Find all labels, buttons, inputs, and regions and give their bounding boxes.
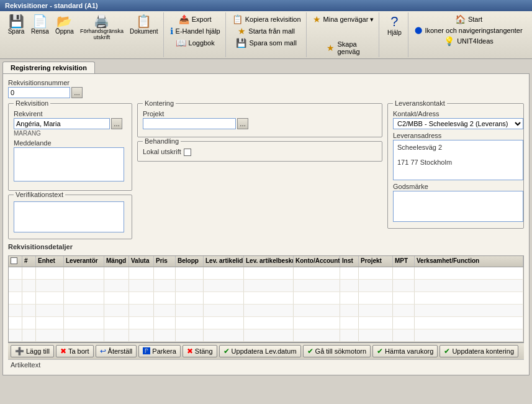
middle-panel: Kontering Projekt … Behandling Lokal uts [137,103,382,239]
godsmarke-field: Godsmärke [393,183,518,223]
rekvisitionsnummer-row: Rekvisitionsnummer [8,79,524,87]
hamta-varukorg-button[interactable]: ✔ Hämta varukorg [372,345,438,357]
godsmarke-label: Godsmärke [393,183,518,190]
row-check [9,267,22,279]
leveransadress-label: Leveransadress [393,132,518,139]
behandling-section-label: Behandling [143,137,181,145]
projekt-browse[interactable]: … [237,118,248,129]
unit4-button[interactable]: 💡 UNIT4Ideas [441,35,496,47]
toolbar-group3: 📋 Kopiera rekvisition ★ Starta från mall… [227,12,307,57]
aterstall-button[interactable]: ↩ Återställ [96,345,137,357]
rekvirent-input[interactable] [14,118,110,129]
kontakt-adress-select[interactable]: C2/MBB - Scheelesväg 2 (Leverans) [393,118,523,129]
tab-bar: Registrering rekvisition [2,62,530,73]
table-row [9,267,523,280]
artikeltext-text: Artikeltext [11,361,40,369]
unit4-icon: 💡 [444,36,454,46]
table-row [9,292,523,305]
toolbar-group4: ★ Mina genvägar ▾ ★ Skapagenväg [308,12,380,57]
ta-bort-button[interactable]: ✖ Ta bort [56,345,94,357]
skapa-genvag-icon: ★ [327,43,335,53]
kopiera-label: Kopiera rekvisition [245,16,301,23]
dokument-button[interactable]: 📋 Dokument [127,14,161,42]
rekvisitionsnummer-browse[interactable]: … [71,87,83,98]
uppdatera-kontering-button[interactable]: ✔ Uppdatera kontering [440,345,518,357]
verifikationstext-textarea[interactable] [14,201,124,232]
loggbok-button[interactable]: 📖 Loggbok [173,37,217,48]
toolbar-group5: ? Hjälp [381,12,408,57]
kontakt-adress-label: Kontakt/Adress [393,110,518,117]
sokmotorn-icon: ✔ [307,347,313,356]
lokal-utskrift-checkbox[interactable] [184,149,191,156]
rekvisitionsnummer-input[interactable] [8,87,70,98]
verifikationstext-section: Verifikationstext [8,195,132,239]
projekt-input[interactable] [143,118,236,129]
header-check[interactable] [11,257,17,264]
export-button[interactable]: 📤 Export [176,14,214,25]
toolbar: 💾 Spara 📄 Rensa 📂 Öppna 🖨️ Förhandsgräns… [0,11,532,59]
rensa-label: Rensa [31,28,49,35]
rensa-button[interactable]: 📄 Rensa [29,14,52,42]
oppna-icon: 📂 [56,15,72,27]
hjalp-label: Hjälp [387,29,402,36]
header-levartikelbeskr: Lev. artikelbeskr. [244,256,294,267]
lagg-till-button[interactable]: ➕ Lägg till [11,345,54,357]
table-row [9,329,523,342]
content-panel: Rekvisitionsnummer … Rekvisition Rekvire… [2,73,530,375]
lagg-till-label: Lägg till [26,347,50,355]
form-sections: Rekvisition Rekvirent … MARANG Meddeland… [8,103,524,239]
godsmarke-textarea[interactable] [393,191,523,222]
artikeltext-label: Artikeltext [8,359,524,370]
leveransadress-display: Scheelesväg 2 171 77 Stockholm [393,140,523,180]
bottom-toolbar: ➕ Lägg till ✖ Ta bort ↩ Återställ 🅿 Park… [8,342,524,359]
header-num: # [22,256,36,267]
start-button[interactable]: 🏠 Start [453,14,485,25]
stang-icon: ✖ [187,347,193,356]
grid-body [9,267,523,342]
mina-genvagar-label: Mina genvägar ▾ [323,16,374,24]
dokument-icon: 📋 [136,15,151,27]
spara-button[interactable]: 💾 Spara [5,14,27,42]
dokument-label: Dokument [130,28,158,35]
leveransadress-field: Leveransadress Scheelesväg 2 171 77 Stoc… [393,132,518,180]
meddelande-textarea[interactable] [14,147,124,181]
header-leverantor: Leverantör [64,256,104,267]
behandling-section: Behandling Lokal utskrift [137,141,382,162]
skapa-genvag-button[interactable]: ★ Skapagenväg [324,40,362,56]
rekvirent-code: MARANG [14,130,41,137]
kopiera-button[interactable]: 📋 Kopiera rekvisition [230,14,304,25]
ikoner-button[interactable]: ⬤ Ikoner och navigeringstangenter [412,25,525,35]
parkera-label: Parkera [152,347,176,355]
header-pris: Pris [154,256,176,267]
stang-button[interactable]: ✖ Stäng [183,345,217,357]
rekvisition-panel: Rekvisition Rekvirent … MARANG Meddeland… [8,103,132,239]
tab-registrering[interactable]: Registrering rekvisition [2,62,95,73]
oppna-button[interactable]: 📂 Öppna [53,14,76,42]
meddelande-field: Meddelande [14,139,127,183]
starta-label: Starta från mall [248,27,295,35]
ikoner-label: Ikoner och navigeringstangenter [425,27,522,34]
mina-genvagar-button[interactable]: ★ Mina genvägar ▾ [310,14,377,25]
toolbar-group6: 🏠 Start ⬤ Ikoner och navigeringstangente… [410,12,527,57]
table-row [9,317,523,329]
starta-button[interactable]: ★ Starta från mall [235,25,297,37]
header-projekt: Projekt [359,256,393,267]
rekvisitionsnummer-input-row: … [8,87,524,98]
verifikationstext-label: Verifikationstext [14,191,65,198]
spara-label: Spara [8,28,25,35]
spara-mall-label: Spara som mall [249,39,296,47]
leveranskontakt-panel: Leveranskontakt Kontakt/Adress C2/MBB - … [387,103,524,239]
ehandel-button[interactable]: ℹ E-Handel hjälp [168,25,223,37]
genvagar-icon: ★ [313,14,321,24]
spara-mall-button[interactable]: 💾 Spara som mall [233,37,299,48]
rekvirent-browse[interactable]: … [111,118,122,129]
uppdatera-lev-button[interactable]: ✔ Uppdatera Lev.datum [219,345,301,357]
ta-bort-icon: ✖ [60,347,66,356]
ga-till-sokmotorn-button[interactable]: ✔ Gå till sökmotorn [303,345,371,357]
forhandsgr-button[interactable]: 🖨️ Förhandsgränskautskrift [78,14,126,42]
stang-label: Stäng [195,347,213,355]
ehandel-label: E-Handel hjälp [176,27,220,35]
hjalp-button[interactable]: ? Hjälp [383,14,405,37]
meddelande-label: Meddelande [14,139,127,147]
parkera-button[interactable]: 🅿 Parkera [138,345,181,357]
